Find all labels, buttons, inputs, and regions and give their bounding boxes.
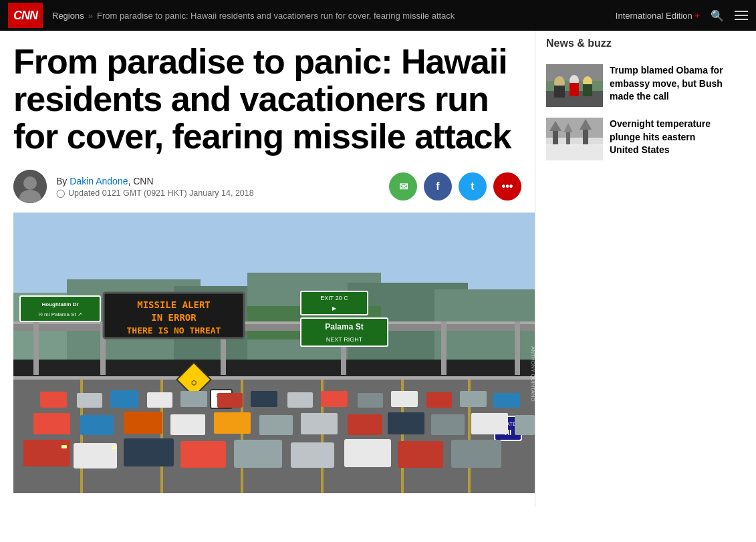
svg-rect-66 — [170, 414, 205, 435]
sidebar-thumbnail-trump — [546, 64, 603, 107]
svg-rect-56 — [124, 438, 174, 466]
author-avatar — [13, 170, 47, 203]
svg-text:THERE IS NO THREAT: THERE IS NO THREAT — [127, 325, 221, 335]
svg-rect-54 — [23, 440, 70, 466]
svg-rect-86 — [426, 392, 452, 408]
svg-rect-63 — [33, 413, 70, 434]
sidebar: News & buzz Trump blamed Obama — [535, 31, 735, 507]
sidebar-section-title: News & buzz — [546, 37, 725, 55]
svg-text:NEXT RIGHT: NEXT RIGHT — [326, 336, 363, 343]
svg-rect-65 — [124, 412, 162, 434]
svg-rect-84 — [358, 393, 383, 408]
svg-rect-57 — [180, 441, 226, 468]
svg-rect-74 — [515, 415, 535, 435]
sidebar-item-headline: Trump blamed Obama for embassy move, but… — [610, 64, 725, 104]
byline-timestamp: ◯ Updated 0121 GMT (0921 HKT) January 14… — [56, 188, 254, 198]
article-headline: From paradise to panic: Hawaii residents… — [13, 43, 521, 155]
svg-rect-59 — [291, 442, 334, 468]
svg-text:⬡: ⬡ — [191, 380, 197, 386]
svg-rect-88 — [493, 393, 520, 408]
svg-rect-73 — [471, 413, 508, 434]
more-share-button[interactable]: ••• — [493, 172, 521, 200]
svg-rect-70 — [348, 414, 382, 435]
svg-text:IN ERROR: IN ERROR — [151, 312, 197, 323]
breadcrumb-current: From paradise to panic: Hawaii residents… — [97, 11, 455, 21]
svg-text:½ mi  Palama St ↗: ½ mi Palama St ↗ — [38, 311, 82, 317]
svg-rect-71 — [388, 412, 424, 434]
breadcrumb-separator: » — [88, 11, 93, 21]
svg-rect-80 — [217, 393, 243, 408]
twitter-share-button[interactable]: t — [459, 172, 487, 200]
byline-text: By Dakin Andone, CNN ◯ Updated 0121 GMT … — [56, 176, 254, 198]
svg-text:Houghtallin Dr: Houghtallin Dr — [41, 301, 78, 307]
svg-rect-87 — [460, 391, 487, 407]
social-share-buttons: ✉ f t ••• — [389, 172, 521, 200]
svg-rect-69 — [301, 413, 338, 434]
svg-rect-72 — [431, 414, 465, 435]
svg-rect-75 — [40, 392, 67, 408]
author-link[interactable]: Dakin Andone — [70, 176, 128, 186]
email-share-button[interactable]: ✉ — [389, 172, 417, 200]
svg-rect-89 — [61, 445, 67, 448]
byline-suffix: , CNN — [128, 176, 153, 186]
article-byline: By Dakin Andone, CNN ◯ Updated 0121 GMT … — [13, 170, 521, 203]
svg-rect-81 — [251, 391, 277, 407]
svg-text:▶: ▶ — [332, 305, 337, 311]
svg-rect-85 — [391, 391, 418, 407]
clock-icon: ◯ — [56, 188, 65, 198]
svg-rect-67 — [214, 412, 251, 434]
svg-rect-27 — [13, 376, 535, 380]
svg-rect-64 — [80, 415, 114, 435]
article-main-image: Houghtallin Dr ½ mi Palama St ↗ MISSILE … — [13, 213, 535, 493]
sidebar-item[interactable]: Trump blamed Obama for embassy move, but… — [546, 64, 725, 107]
article-area: From paradise to panic: Hawaii residents… — [0, 31, 535, 507]
cnn-logo[interactable]: CNN — [8, 3, 43, 28]
regions-link[interactable]: Regions — [52, 11, 84, 21]
svg-rect-98 — [570, 83, 579, 96]
svg-rect-19 — [515, 321, 520, 375]
svg-rect-100 — [583, 84, 592, 96]
svg-rect-77 — [110, 390, 138, 408]
facebook-share-button[interactable]: f — [424, 172, 452, 200]
svg-rect-28 — [20, 296, 100, 321]
byline-by: By — [56, 176, 70, 186]
breadcrumb: Regions » From paradise to panic: Hawaii… — [52, 11, 616, 21]
svg-rect-58 — [234, 440, 282, 468]
sidebar-item[interactable]: Overnight temperature plunge hits easter… — [546, 118, 725, 160]
svg-rect-14 — [33, 321, 39, 375]
svg-rect-76 — [77, 393, 102, 408]
svg-text:ANTHONY QUINTANO: ANTHONY QUINTANO — [530, 346, 535, 402]
nav-right-group: International Edition + 🔍 — [616, 9, 748, 22]
sidebar-thumbnail-snow — [546, 118, 603, 160]
hamburger-menu-icon[interactable] — [735, 11, 748, 20]
svg-text:MISSILE ALERT: MISSILE ALERT — [137, 299, 211, 310]
svg-rect-82 — [287, 392, 313, 408]
svg-rect-90 — [112, 446, 116, 449]
svg-point-1 — [23, 176, 37, 190]
svg-text:EXIT 20 C: EXIT 20 C — [320, 295, 348, 301]
svg-rect-62 — [451, 440, 501, 468]
main-wrapper: From paradise to panic: Hawaii residents… — [0, 31, 756, 507]
international-edition-label[interactable]: International Edition + — [616, 11, 700, 21]
svg-rect-83 — [321, 391, 348, 407]
top-navigation: CNN Regions » From paradise to panic: Ha… — [0, 0, 756, 31]
svg-rect-55 — [74, 443, 117, 468]
svg-rect-96 — [554, 86, 565, 98]
svg-rect-60 — [344, 439, 391, 467]
svg-rect-61 — [398, 441, 443, 468]
byline-author-line: By Dakin Andone, CNN — [56, 176, 254, 186]
search-icon[interactable]: 🔍 — [711, 9, 724, 22]
svg-rect-79 — [180, 391, 207, 407]
svg-rect-68 — [259, 415, 293, 435]
svg-text:Palama St: Palama St — [325, 322, 363, 331]
sidebar-item-headline: Overnight temperature plunge hits easter… — [610, 118, 725, 157]
svg-rect-18 — [441, 321, 447, 375]
svg-rect-78 — [147, 392, 172, 408]
